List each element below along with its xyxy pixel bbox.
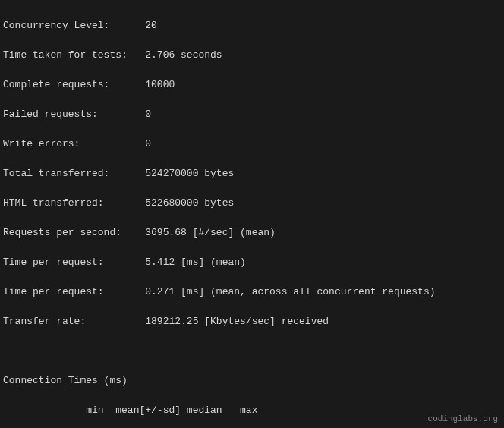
time-per-request2-value: 0.271 [ms] (mean, across all concurrent … [145, 286, 435, 297]
total-transferred-label: Total transferred: [3, 168, 109, 179]
concurrency-value: 20 [145, 20, 157, 31]
time-per-request-value: 5.412 [ms] (mean) [145, 256, 246, 268]
requests-per-second-value: 3695.68 [#/sec] (mean) [145, 227, 276, 238]
write-errors-value: 0 [145, 138, 151, 149]
html-transferred-value: 522680000 bytes [145, 197, 234, 209]
complete-requests-value: 10000 [145, 79, 175, 90]
connection-times-header: Connection Times (ms) [3, 373, 501, 389]
requests-per-second-label: Requests per second: [3, 227, 121, 238]
time-taken-label: Time taken for tests: [3, 49, 128, 61]
write-errors-label: Write errors: [3, 138, 80, 149]
complete-requests-label: Complete requests: [3, 79, 109, 90]
terminal-output: Concurrency Level: 20 Time taken for tes… [3, 3, 501, 428]
footer-watermark: codinglabs.org [428, 413, 498, 426]
failed-requests-label: Failed requests: [3, 109, 98, 120]
time-per-request-label: Time per request: [3, 256, 104, 268]
failed-requests-value: 0 [145, 109, 151, 120]
time-per-request2-label: Time per request: [3, 286, 104, 297]
html-transferred-label: HTML transferred: [3, 197, 104, 209]
connection-times-columns: min mean[+/-sd] median max [3, 403, 501, 418]
time-taken-value: 2.706 seconds [145, 49, 222, 61]
transfer-rate-value: 189212.25 [Kbytes/sec] received [145, 316, 329, 327]
concurrency-label: Concurrency Level: [3, 20, 109, 31]
total-transferred-value: 524270000 bytes [145, 168, 234, 179]
transfer-rate-label: Transfer rate: [3, 316, 86, 327]
